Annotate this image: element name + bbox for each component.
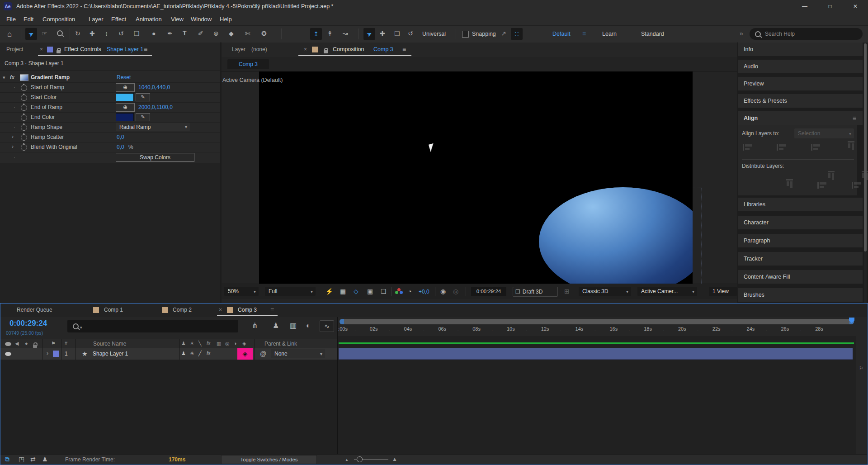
maximize-button[interactable]: □ xyxy=(817,0,843,13)
puppet-pin-icon[interactable]: ✪ xyxy=(261,30,267,37)
magnification-dropdown[interactable]: 50% ▾ xyxy=(224,287,259,296)
camera-orbit-cursor-tool[interactable]: ↥ xyxy=(310,28,322,40)
menu-file[interactable]: File xyxy=(6,16,16,23)
distribute-left-icon[interactable] xyxy=(817,182,830,189)
tab-render-queue[interactable]: Render Queue xyxy=(17,307,52,313)
draft-3d-button[interactable]: ❒ Draft 3D xyxy=(513,287,558,297)
tab-comp3[interactable]: Comp 3 xyxy=(238,307,257,313)
renderer-dropdown[interactable]: Classic 3D ▾ xyxy=(579,287,631,296)
exposure-reset-icon[interactable]: ◔ xyxy=(408,288,411,294)
scrollbar-thumb[interactable] xyxy=(864,43,867,251)
composition-flowchart-icon[interactable]: ⋔ xyxy=(252,322,258,329)
resolution-dropdown[interactable]: Full ▾ xyxy=(265,287,316,296)
stopwatch-icon[interactable] xyxy=(21,134,27,141)
toggle-switches-modes-button[interactable]: Toggle Switches / Modes xyxy=(221,455,317,464)
highlight-box-3d-switch[interactable]: ◈ xyxy=(237,348,253,360)
layer-duration-bar[interactable] xyxy=(339,348,853,360)
panel-character[interactable]: Character xyxy=(738,216,863,229)
channels-icon[interactable] xyxy=(395,288,403,294)
type-tool-icon[interactable]: T xyxy=(183,30,187,36)
tab-close-icon[interactable]: × xyxy=(304,46,307,52)
eyedropper-icon[interactable]: ✎ xyxy=(136,113,150,121)
snap-angle-icon[interactable]: ↗ xyxy=(501,30,506,37)
panel-tracker[interactable]: Tracker xyxy=(738,252,863,266)
panel-brushes[interactable]: Brushes xyxy=(738,288,863,302)
fast-preview-icon[interactable]: ⚡ xyxy=(326,288,333,294)
zoom-tool-icon[interactable] xyxy=(57,30,63,36)
layer-expander-icon[interactable]: › xyxy=(47,350,48,356)
swap-colors-button[interactable]: Swap Colors xyxy=(116,153,194,162)
work-area-bar[interactable] xyxy=(340,319,854,324)
menu-layer[interactable]: Layer xyxy=(89,16,104,23)
timeline-divider[interactable] xyxy=(337,317,338,454)
timeline-search-box[interactable]: ▾ xyxy=(67,320,238,332)
layer-visibility-eye-icon[interactable] xyxy=(5,352,11,356)
menu-animation[interactable]: Animation xyxy=(136,16,162,23)
ground-plane-icon[interactable]: ⊞ xyxy=(564,288,570,294)
panel-menu-icon[interactable]: ≡ xyxy=(402,46,406,53)
live-update-icon[interactable]: ⧉ xyxy=(5,456,9,462)
snapping-checkbox[interactable] xyxy=(462,31,469,38)
draft-quality-icon[interactable]: ◳ xyxy=(19,456,24,462)
menu-effect[interactable]: Effect xyxy=(111,16,126,23)
eyedropper-icon[interactable]: ✎ xyxy=(136,93,150,101)
stopwatch-icon[interactable] xyxy=(21,114,27,121)
work-area-start-handle[interactable] xyxy=(340,319,344,324)
menu-edit[interactable]: Edit xyxy=(24,16,33,23)
lock-column-icon[interactable] xyxy=(33,345,37,348)
clone-stamp-icon[interactable]: ⊚ xyxy=(213,30,219,37)
mask-visibility-icon[interactable]: ◇ xyxy=(354,288,359,294)
expander-icon[interactable]: › xyxy=(12,133,14,140)
point-picker-button[interactable]: ⊕ xyxy=(116,83,135,92)
eraser-tool-icon[interactable]: ◆ xyxy=(229,30,234,37)
breadcrumb-comp3-chip[interactable]: Comp 3 xyxy=(227,59,269,69)
point-picker-button[interactable]: ⊕ xyxy=(116,103,135,112)
stopwatch-icon[interactable] xyxy=(21,95,27,101)
layer-collapse-switch-icon[interactable]: ✳ xyxy=(190,351,194,356)
parent-pickwhip-icon[interactable]: @ xyxy=(260,351,266,357)
minimize-button[interactable]: — xyxy=(792,0,817,13)
layer-3d-switch-icon[interactable]: ◈ xyxy=(243,350,248,357)
panel-paragraph[interactable]: Paragraph xyxy=(738,234,863,247)
workspace-default[interactable]: Default xyxy=(552,31,571,37)
view-layout-dropdown[interactable]: 1 View xyxy=(709,287,737,296)
anchor-tool-icon[interactable]: ❏ xyxy=(134,30,140,37)
property-value[interactable]: 1040,0,440,0 xyxy=(138,84,170,90)
layer-shy-switch-icon[interactable]: ♟ xyxy=(181,351,186,356)
selection-tool[interactable]: ➤ xyxy=(25,28,37,40)
show-snapshot-icon[interactable]: ◎ xyxy=(453,288,458,294)
effect-header-row[interactable]: ▾ fx Gradient Ramp Reset xyxy=(0,72,220,83)
solo-column-icon[interactable]: ● xyxy=(25,341,28,346)
panel-menu-icon[interactable]: ≡ xyxy=(270,306,274,313)
video-column-icon[interactable] xyxy=(5,342,11,346)
menu-composition[interactable]: Composition xyxy=(42,16,75,23)
audio-column-icon[interactable]: ◀ xyxy=(15,341,19,346)
motion-blur-icon[interactable]: ◐ xyxy=(306,322,311,329)
label-column-icon[interactable]: ⚑ xyxy=(51,341,56,346)
pen-tool-icon[interactable]: ✒ xyxy=(167,30,173,37)
distribute-top-icon[interactable] xyxy=(828,171,835,183)
search-help-box[interactable]: Search Help xyxy=(750,28,863,40)
brush-tool-icon[interactable]: ✐ xyxy=(198,30,203,37)
panel-menu-icon[interactable]: ≡ xyxy=(144,46,147,53)
parent-link-column-label[interactable]: Parent & Link xyxy=(264,341,297,347)
property-value[interactable]: 0,0 xyxy=(117,144,124,150)
tab-layer[interactable]: Layer xyxy=(232,46,245,52)
guides-icon[interactable]: ▣ xyxy=(367,288,373,294)
camera-dolly-icon[interactable]: ↝ xyxy=(343,30,348,37)
switches-icon[interactable]: ⇄ xyxy=(30,456,36,462)
stopwatch-icon[interactable] xyxy=(21,85,27,91)
workspace-menu-icon[interactable]: ≡ xyxy=(582,30,586,38)
parent-dropdown[interactable]: None ▾ xyxy=(271,349,325,358)
shy-toggle-icon[interactable]: ♟ xyxy=(42,456,48,462)
camera-pan-icon[interactable]: ↟ xyxy=(327,30,333,37)
stopwatch-icon[interactable] xyxy=(21,144,27,151)
universal-anchor-icon[interactable]: ❏ xyxy=(394,30,400,37)
dolly-tool-icon[interactable]: ↕ xyxy=(105,30,108,37)
frame-blending-icon[interactable]: ▥ xyxy=(290,322,297,329)
tab-effect-controls-target[interactable]: Shape Layer 1 xyxy=(107,46,143,52)
timeline-track-area[interactable]: 0:00s02s·04s·06s·08s·10s·12s·14s·16s·18s… xyxy=(338,317,856,454)
tab-effect-controls[interactable]: Effect Controls xyxy=(64,46,101,52)
tab-project[interactable]: Project xyxy=(6,46,23,52)
layer-quality-switch-icon[interactable]: ╱ xyxy=(198,351,202,356)
